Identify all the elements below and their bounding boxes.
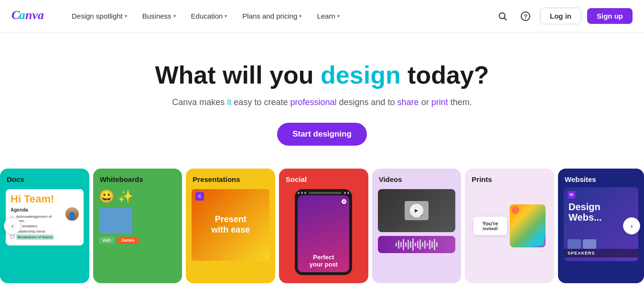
hero-section: What will you design today? Canva makes … <box>0 32 644 165</box>
nav-design-spotlight[interactable]: Design spotlight ▾ <box>65 8 134 24</box>
svg-text:?: ? <box>524 13 527 20</box>
login-button[interactable]: Log in <box>540 8 581 24</box>
help-button[interactable]: ? <box>517 8 534 25</box>
chevron-down-icon: ▾ <box>173 13 176 19</box>
card-presentations-label: Presentations <box>186 169 275 187</box>
wb-emoji-star: ✨ <box>118 189 133 204</box>
card-whiteboards-label: Whiteboards <box>93 169 182 187</box>
chevron-down-icon: ▾ <box>299 13 301 19</box>
nav-education-label: Education <box>191 12 223 20</box>
invite-card: You're invited! <box>473 217 507 235</box>
docs-item-4: Breakdown of teams <box>11 234 63 240</box>
nav-plans-pricing[interactable]: Plans and pricing ▾ <box>236 8 308 24</box>
search-button[interactable] <box>494 8 511 25</box>
hero-title-end: today? <box>401 61 489 89</box>
hero-title: What will you design today? <box>10 61 634 90</box>
wb-content: 😀 ✨ Ash James <box>99 189 177 244</box>
card-whiteboards[interactable]: Whiteboards 😀 ✨ Ash James <box>93 169 182 283</box>
social-post-text: Perfect your post <box>306 250 342 272</box>
search-icon <box>498 11 507 21</box>
hero-subtitle: Canva makes it easy to create profession… <box>10 97 634 107</box>
social-top-bar <box>298 192 349 194</box>
wb-emoji-face: 😀 <box>99 189 114 204</box>
card-prints-label: Prints <box>465 169 554 187</box>
card-videos-inner: 🙆‍♀️ ▶ <box>372 187 462 283</box>
docs-hi-text: Hi Team! <box>11 194 79 204</box>
cards-section: ‹ Docs Hi Team! Agenda Acknowledgement o… <box>0 169 644 283</box>
chevron-left-icon: ‹ <box>11 222 14 230</box>
card-websites-inner: W DesignWebs... SPEAKERS <box>558 187 644 283</box>
wb-tags: Ash James <box>99 237 177 244</box>
svg-text:a: a <box>19 8 25 22</box>
web-thumb-row <box>568 239 596 249</box>
waveform-bars <box>392 238 441 251</box>
svg-line-4 <box>504 18 507 20</box>
nav-design-spotlight-label: Design spotlight <box>72 12 123 20</box>
nav-plans-pricing-label: Plans and pricing <box>242 12 297 20</box>
card-videos-label: Videos <box>372 169 462 187</box>
web-speakers-label: SPEAKERS <box>564 249 638 257</box>
pres-slide: C Present with ease <box>192 189 269 261</box>
nav-education[interactable]: Education ▾ <box>184 8 234 24</box>
nav-learn-label: Learn <box>317 12 335 20</box>
prints-content: You're invited! <box>469 189 550 263</box>
pres-canva-logo: C <box>195 192 204 201</box>
start-designing-button[interactable]: Start designing <box>277 123 367 146</box>
pres-text: Present with ease <box>211 214 250 235</box>
cards-row: Docs Hi Team! Agenda Acknowledgement of … <box>0 169 644 283</box>
card-social-label: Social <box>279 169 368 187</box>
canva-logo[interactable]: C a nva <box>11 7 50 25</box>
card-presentations-inner: C Present with ease <box>186 187 275 283</box>
wb-tag-ash: Ash <box>99 237 115 244</box>
nav-business-label: Business <box>142 12 172 20</box>
nav-business[interactable]: Business ▾ <box>136 8 182 24</box>
card-docs-inner: Hi Team! Agenda Acknowledgement of cont.… <box>0 187 89 283</box>
carousel-next-button[interactable]: › <box>623 217 640 234</box>
wb-blue-box <box>99 208 132 234</box>
carousel-prev-button[interactable]: ‹ <box>4 217 21 234</box>
web-title-text: DesignWebs... <box>569 202 633 223</box>
svg-text:nva: nva <box>25 8 44 22</box>
card-docs-label: Docs <box>0 169 89 187</box>
prints-colorful-bg <box>510 204 546 247</box>
help-icon: ? <box>520 11 531 21</box>
social-screen: W Perfect your post <box>298 195 349 272</box>
invite-invited: invited! <box>478 226 502 231</box>
chevron-down-icon: ▾ <box>125 13 127 19</box>
card-social-inner: W Perfect your post <box>279 187 368 283</box>
main-nav: C a nva Design spotlight ▾ Business ▾ Ed… <box>0 0 644 32</box>
nav-actions: ? Log in Sign up <box>494 8 633 25</box>
signup-button[interactable]: Sign up <box>587 8 633 24</box>
chevron-down-icon: ▾ <box>225 13 227 19</box>
docs-agenda-label: Agenda <box>11 207 63 213</box>
vid-thumbnail: 🙆‍♀️ ▶ <box>378 189 456 232</box>
card-presentations[interactable]: Presentations C Present with ease <box>186 169 275 283</box>
vid-waveform <box>378 236 456 253</box>
chevron-down-icon: ▾ <box>337 13 340 19</box>
invite-youre: You're <box>478 221 502 226</box>
docs-content: Hi Team! Agenda Acknowledgement of cont.… <box>6 189 84 245</box>
card-websites-label: Websites <box>558 169 644 187</box>
nav-learn[interactable]: Learn ▾ <box>310 8 346 24</box>
card-videos[interactable]: Videos 🙆‍♀️ ▶ <box>372 169 462 283</box>
nav-links: Design spotlight ▾ Business ▾ Education … <box>65 8 494 24</box>
social-phone: W Perfect your post <box>295 189 352 275</box>
web-thumb-2 <box>583 239 596 249</box>
card-social[interactable]: Social W Perfect <box>279 169 368 283</box>
card-whiteboards-inner: 😀 ✨ Ash James <box>93 187 182 283</box>
hero-title-start: What will you <box>155 61 321 89</box>
hero-title-highlight: design <box>321 61 401 89</box>
web-canva-logo: W <box>568 191 575 199</box>
web-thumb-1 <box>568 239 581 249</box>
play-icon: ▶ <box>410 204 423 217</box>
wb-tag-james: James <box>118 237 139 244</box>
card-prints[interactable]: Prints You're invited! <box>465 169 554 283</box>
chevron-right-icon: › <box>631 222 633 230</box>
card-prints-inner: You're invited! <box>465 187 554 283</box>
